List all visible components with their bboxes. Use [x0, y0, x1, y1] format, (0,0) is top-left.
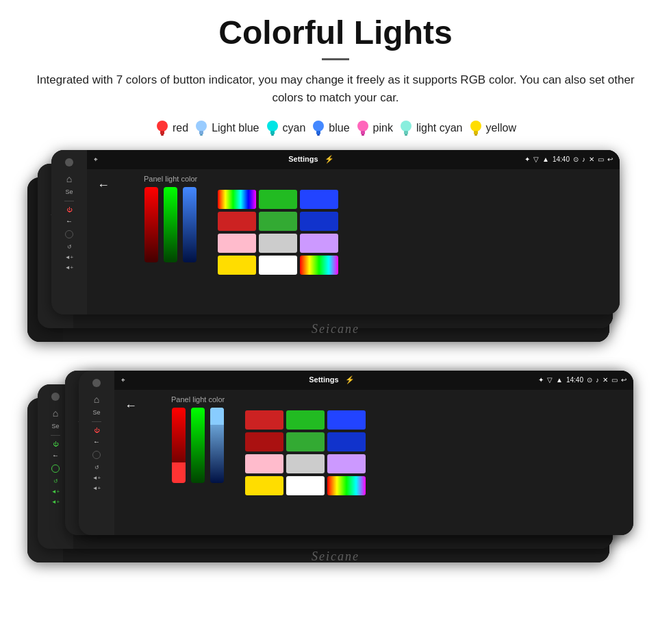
bot-side-panel-front: ⌂ Se ⏻ ← ↺ ◄+ ◄+ [79, 371, 114, 535]
bot-panel-light-label: Panel light color [171, 395, 225, 404]
color-item-blue: blue [311, 119, 349, 138]
description-text: Integrated with 7 colors of button indic… [27, 71, 644, 108]
svg-point-9 [313, 121, 324, 132]
color-item-pink: pink [355, 119, 393, 138]
settings-label: Settings [288, 155, 318, 163]
svg-rect-17 [405, 134, 407, 136]
cyan-bulb-icon [265, 119, 280, 138]
svg-point-0 [157, 121, 168, 132]
bot-topbar-center: Settings ⚡ [131, 375, 533, 384]
side-panel-front: ⌂ Se ⏻ ← ↺ ◄+ ◄+ [51, 150, 87, 314]
svg-rect-4 [199, 131, 203, 134]
svg-rect-11 [317, 134, 320, 136]
top-display-group: ⌂ Se ⏻ ← ↺ ◄+ ◄+ MIC ⌂ Si [21, 150, 650, 342]
page-title: Colorful Lights [218, 14, 452, 51]
yellow-bulb-icon [468, 119, 483, 138]
color-label-pink: pink [373, 122, 393, 134]
svg-point-6 [267, 121, 278, 132]
topbar-left: ⌖ [94, 156, 98, 164]
bot-topbar-left: ⌖ [121, 376, 125, 384]
svg-rect-13 [361, 131, 365, 134]
svg-point-3 [196, 121, 207, 132]
bot-main-screen-front: ⌖ Settings ⚡ ✦ ▽ ▲ 14:40 ⊙ ♪ [114, 371, 633, 535]
bot-vol: ♪ [596, 376, 599, 384]
color-label-blue: blue [329, 122, 349, 134]
bot-close: ✕ [603, 376, 608, 384]
color-item-red: red [155, 119, 188, 138]
bot-time: 14:40 [566, 376, 583, 384]
close-icon: ✕ [589, 156, 594, 163]
bot-topbar-right: ✦ ▽ ▲ 14:40 ⊙ ♪ ✕ ▭ ↩ [538, 376, 626, 384]
signal-icon: ▲ [542, 156, 549, 163]
red-bulb-icon [155, 119, 170, 138]
svg-rect-10 [316, 131, 320, 134]
color-label-lightcyan: light cyan [416, 122, 463, 134]
pink-bulb-icon [355, 119, 370, 138]
svg-rect-7 [270, 131, 275, 134]
time-display: 14:40 [553, 156, 570, 163]
camera-icon: ⊙ [573, 156, 579, 163]
bot-topbar-front: ⌖ Settings ⚡ ✦ ▽ ▲ 14:40 ⊙ ♪ [114, 371, 633, 390]
color-label-cyan: cyan [283, 122, 306, 134]
svg-rect-20 [474, 134, 477, 136]
svg-rect-8 [271, 134, 274, 136]
displays-section: ⌂ Se ⏻ ← ↺ ◄+ ◄+ MIC ⌂ Si [21, 150, 650, 569]
bot-screen: ▭ [611, 376, 618, 384]
title-divider [322, 58, 349, 60]
color-list: red Light blue cyan [155, 119, 516, 138]
blue-bulb-icon [311, 119, 326, 138]
color-item-cyan: cyan [265, 119, 306, 138]
svg-rect-5 [200, 134, 203, 136]
svg-point-12 [357, 121, 368, 132]
svg-rect-16 [404, 131, 408, 134]
color-label-red: red [173, 122, 188, 134]
color-label-lightblue: Light blue [212, 122, 259, 134]
color-item-lightblue: Light blue [194, 119, 259, 138]
bot-unit-front: ⌂ Se ⏻ ← ↺ ◄+ ◄+ ⌖ [79, 371, 633, 535]
panel-light-label: Panel light color [144, 175, 197, 183]
svg-rect-2 [161, 134, 164, 136]
svg-point-18 [470, 121, 481, 132]
svg-point-15 [401, 121, 412, 132]
bot-cam: ⊙ [587, 376, 592, 384]
bot-signal: ▲ [556, 376, 563, 384]
wifi-icon: ▽ [533, 156, 539, 163]
bot-back: ↩ [621, 376, 626, 384]
color-label-yellow: yellow [486, 122, 516, 134]
bot-bt-status: ✦ [538, 376, 544, 384]
volume-icon: ♪ [582, 156, 585, 163]
color-item-yellow: yellow [468, 119, 516, 138]
top-unit-front: ⌂ Se ⏻ ← ↺ ◄+ ◄+ ⌖ [51, 150, 620, 314]
bluetooth-icon: ⌖ [94, 156, 98, 164]
main-screen-front: ⌖ Settings ⚡ ✦ ▽ ▲ 14:40 ⊙ ♪ [87, 150, 620, 314]
lightblue-bulb-icon [194, 119, 209, 138]
bot-settings-label: Settings [309, 375, 338, 384]
bot-bt-icon: ⌖ [121, 376, 125, 384]
topbar-center: Settings ⚡ [103, 155, 519, 164]
lightcyan-bulb-icon [398, 119, 414, 138]
back-icon: ↩ [607, 156, 613, 163]
topbar-right: ✦ ▽ ▲ 14:40 ⊙ ♪ ✕ ▭ ↩ [524, 156, 613, 163]
bluetooth-status: ✦ [524, 156, 530, 163]
svg-rect-1 [160, 131, 164, 134]
screen-icon: ▭ [598, 156, 604, 163]
bottom-display-group: ⌂ Se ⏻ ← ↺ ◄+ ◄+ MIC ⌂ Se [21, 371, 650, 569]
color-item-lightcyan: light cyan [398, 119, 463, 138]
topbar-front: ⌖ Settings ⚡ ✦ ▽ ▲ 14:40 ⊙ ♪ [87, 150, 620, 169]
page-container: Colorful Lights Integrated with 7 colors… [0, 0, 671, 644]
svg-rect-19 [474, 131, 478, 134]
svg-rect-14 [362, 134, 364, 136]
bot-wifi: ▽ [547, 376, 553, 384]
